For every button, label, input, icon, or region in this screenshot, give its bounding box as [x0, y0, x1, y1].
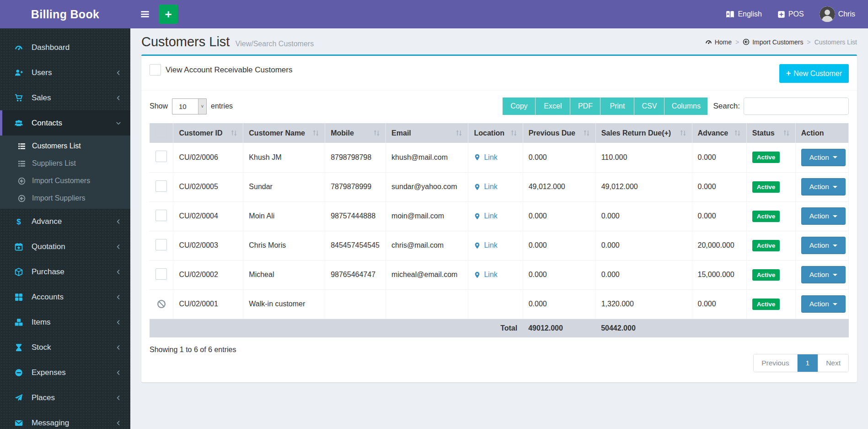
location-cell: Link	[468, 172, 523, 201]
location-link[interactable]: Link	[474, 183, 517, 191]
select-all-checkbox[interactable]	[155, 126, 167, 138]
breadcrumb-item-import-customers[interactable]: Import Customers	[743, 38, 803, 46]
export-pdf-button[interactable]: PDF	[570, 98, 600, 115]
sidebar-item-dashboard[interactable]: Dashboard	[0, 35, 130, 60]
customer-id-cell: CU/02/0005	[173, 172, 243, 201]
row-checkbox[interactable]	[155, 151, 167, 162]
caret-down-icon	[833, 244, 837, 247]
export-copy-button[interactable]: Copy	[503, 98, 536, 115]
status-cell: Active	[746, 260, 795, 289]
mobile-cell	[325, 289, 386, 319]
sidebar-subitem-label: Customers List	[32, 142, 81, 150]
sidebar-subitem-customers-list[interactable]: Customers List	[0, 137, 130, 155]
location-link[interactable]: Link	[474, 212, 517, 220]
advance-cell: 0.000	[692, 201, 746, 231]
sidebar: DashboardUsersSalesContactsCustomers Lis…	[0, 28, 130, 429]
table-footer-row: Total49012.00050442.000	[150, 319, 849, 337]
column-header-location[interactable]: Location	[468, 123, 523, 143]
table-row: CU/02/0002Micheal98765464747micheal@emai…	[150, 260, 849, 289]
sidebar-item-label: Users	[32, 68, 52, 77]
language-label: English	[738, 10, 761, 18]
sidebar-item-purchase[interactable]: Purchase	[0, 259, 130, 284]
view-ar-checkbox[interactable]	[150, 64, 161, 76]
column-header-action: Action	[795, 123, 848, 143]
location-cell: Link	[468, 143, 523, 172]
export-print-button[interactable]: Print	[600, 98, 634, 115]
export-excel-button[interactable]: Excel	[536, 98, 570, 115]
advance-cell: 0.000	[692, 143, 746, 172]
pagination-page-1[interactable]: 1	[797, 354, 818, 372]
action-dropdown-button[interactable]: Action	[801, 149, 846, 166]
action-dropdown-button[interactable]: Action	[801, 295, 846, 313]
sidebar-item-accounts[interactable]: Accounts	[0, 284, 130, 310]
contacts-submenu: Customers ListSuppliers ListImport Custo…	[0, 136, 130, 209]
breadcrumb-label: Customers List	[814, 38, 857, 46]
sidebar-item-label: Expenses	[32, 368, 66, 377]
language-menu[interactable]: A English	[726, 10, 761, 19]
sidebar-item-contacts[interactable]: Contacts	[0, 110, 130, 136]
footer-empty-cell	[746, 319, 795, 337]
action-dropdown-button[interactable]: Action	[801, 178, 846, 195]
table-row: CU/02/0005Sundar7879878999sundar@yahoo.c…	[150, 172, 849, 201]
status-badge: Active	[752, 211, 780, 222]
app-logo[interactable]: Billing Book	[0, 0, 130, 28]
select-all-header-cell[interactable]	[150, 123, 173, 143]
sidebar-item-advance[interactable]: $Advance	[0, 209, 130, 234]
hamburger-icon[interactable]	[140, 10, 150, 19]
row-checkbox[interactable]	[155, 180, 167, 192]
row-checkbox[interactable]	[155, 239, 167, 250]
row-checkbox[interactable]	[155, 210, 167, 221]
column-header-status[interactable]: Status	[746, 123, 795, 143]
column-header-previous-due[interactable]: Previous Due	[523, 123, 595, 143]
page-subtitle: View/Search Customers	[236, 40, 314, 48]
sidebar-item-label: Stock	[32, 343, 51, 352]
sidebar-subitem-import-customers[interactable]: Import Customers	[0, 172, 130, 190]
footer-empty-cell	[150, 319, 173, 337]
sidebar-item-places[interactable]: Places	[0, 385, 130, 410]
advance-cell: 0.000	[692, 289, 746, 319]
column-header-advance[interactable]: Advance	[692, 123, 746, 143]
export-csv-button[interactable]: CSV	[634, 98, 664, 115]
customer-id-cell: CU/02/0003	[173, 231, 243, 260]
sort-icon	[455, 130, 462, 136]
column-header-sales-return-due-[interactable]: Sales Return Due(+)	[595, 123, 692, 143]
user-menu[interactable]: Chris	[820, 6, 855, 22]
table-controls-row: Show 10 ˅ entries CopyExcelPDFPrintCSVCo…	[141, 90, 857, 121]
sidebar-item-messaging[interactable]: Messaging	[0, 410, 130, 429]
sidebar-item-expenses[interactable]: Expenses	[0, 360, 130, 385]
sidebar-item-sales[interactable]: Sales	[0, 85, 130, 110]
column-header-customer-id[interactable]: Customer ID	[173, 123, 243, 143]
column-header-customer-name[interactable]: Customer Name	[243, 123, 325, 143]
location-link[interactable]: Link	[474, 241, 517, 250]
location-link[interactable]: Link	[474, 153, 517, 162]
mobile-cell: 8798798798	[325, 143, 386, 172]
ban-icon	[150, 299, 173, 309]
action-dropdown-button[interactable]: Action	[801, 266, 846, 283]
cube-icon	[13, 268, 24, 276]
page-length-select[interactable]: 10 ˅	[172, 98, 207, 114]
sidebar-item-users[interactable]: Users	[0, 60, 130, 85]
sidebar-subitem-import-suppliers[interactable]: Import Suppliers	[0, 190, 130, 207]
location-link[interactable]: Link	[474, 271, 517, 279]
column-header-email[interactable]: Email	[386, 123, 468, 143]
new-customer-button[interactable]: +New Customer	[779, 64, 849, 83]
sidebar-subitem-suppliers-list[interactable]: Suppliers List	[0, 155, 130, 172]
breadcrumb-item-home[interactable]: Home	[705, 38, 732, 46]
row-checkbox[interactable]	[155, 268, 167, 280]
sidebar-item-quotation[interactable]: Quotation	[0, 234, 130, 259]
pagination-next[interactable]: Next	[818, 354, 848, 372]
map-marker-icon	[474, 184, 481, 190]
quick-add-button[interactable]: +	[159, 5, 178, 24]
export-columns-button[interactable]: Columns	[664, 98, 707, 115]
advance-cell: 20,000.000	[692, 231, 746, 260]
dollar-icon: $	[13, 217, 24, 226]
sidebar-item-items[interactable]: Items	[0, 310, 130, 335]
pagination-previous[interactable]: Previous	[754, 354, 797, 372]
sidebar-item-stock[interactable]: Stock	[0, 335, 130, 360]
search-input[interactable]	[744, 98, 849, 115]
action-dropdown-button[interactable]: Action	[801, 237, 846, 254]
pos-button[interactable]: POS	[777, 10, 804, 18]
column-header-mobile[interactable]: Mobile	[325, 123, 386, 143]
action-dropdown-button[interactable]: Action	[801, 207, 846, 225]
footer-empty-cell	[386, 319, 468, 337]
